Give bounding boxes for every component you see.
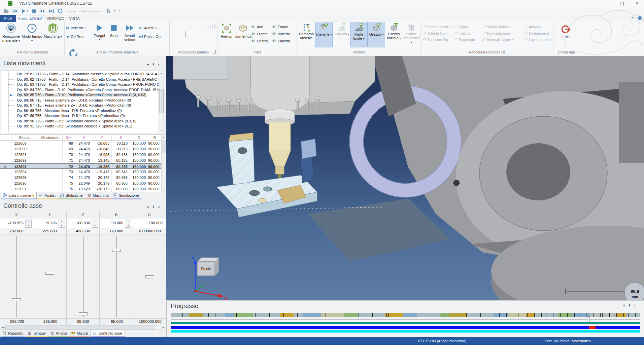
panel-pin-icon[interactable]	[151, 205, 156, 210]
dropdown-icon[interactable]: ▾	[99, 38, 100, 42]
row-selector-cell[interactable]	[0, 175, 11, 181]
ribbon-button-isometrica[interactable]: Isometrica	[235, 22, 251, 47]
view-button-alto[interactable]: Alto	[251, 24, 272, 30]
table-row[interactable]: 1226917024.470-18.99580.138180.00090.000	[0, 152, 166, 158]
tab-vista[interactable]: VISTA	[67, 15, 82, 22]
axis-stepper[interactable]: ▲▼	[25, 220, 32, 228]
ribbon-button-esegui[interactable]: Esegui▾	[92, 22, 107, 47]
operation-list-item[interactable]: Op. 79: 81 T1758 - Piatto - D:14: Svuota…	[1, 72, 159, 77]
axis-slider[interactable]	[50, 236, 50, 317]
view-button-fondo[interactable]: Fondo	[272, 24, 294, 30]
ribbon-button-riempi[interactable]: Riempi	[218, 22, 235, 47]
axis-hscrollbar[interactable]: ◀ ▶	[0, 325, 166, 330]
panel-tab-macchina[interactable]: Macchina	[86, 192, 111, 199]
progress-operations-strip[interactable]	[171, 313, 640, 317]
dropdown-icon[interactable]: ▾	[84, 27, 86, 30]
tab-verifica[interactable]: VERIFICA	[44, 15, 66, 22]
panel-tab-analisi[interactable]: Analisi	[37, 192, 58, 199]
qat-play-button[interactable]: ▾	[20, 8, 29, 14]
panel-pin-icon[interactable]	[628, 303, 632, 308]
ribbon-button-avanti-veloce[interactable]: Avanti veloce	[121, 22, 139, 47]
panel-close-icon[interactable]: ×	[634, 303, 636, 308]
ribbon-button-modo-tempo[interactable]: Modo tempo ▾	[22, 22, 42, 47]
panel-menu-icon[interactable]: ▾	[623, 303, 625, 308]
row-selector-cell[interactable]	[0, 141, 11, 146]
axis-value-field[interactable]: 90.000▲▼	[100, 219, 133, 228]
qat-skip-end-button[interactable]	[48, 8, 55, 14]
axis-slider-handle[interactable]	[145, 275, 154, 278]
row-selector-cell[interactable]	[0, 158, 11, 163]
scroll-up-icon[interactable]: ▲	[159, 71, 163, 76]
row-selector-cell[interactable]	[0, 152, 11, 158]
axis-slider-handle[interactable]	[112, 249, 121, 252]
table-row[interactable]: ▶1226937224.470-19.28580.255180.00090.00…	[0, 163, 166, 169]
dropdown-icon[interactable]: ▾	[156, 27, 157, 30]
table-row[interactable]: 1226957424.470-20.17980.988180.00090.000	[0, 175, 166, 181]
table-row[interactable]: 1226967522.049-20.17980.988180.00090.000	[0, 181, 166, 186]
operation-list-item[interactable]: ▶Op. 83: 85 T30 - Piatto - D:10: Profila…	[1, 92, 159, 98]
maximize-button[interactable]	[615, 0, 629, 7]
axis-slider-handle[interactable]	[12, 298, 21, 301]
table-row[interactable]: 1226977619.629-20.17980.988180.00090.000	[0, 186, 166, 192]
row-selector-cell[interactable]	[0, 146, 11, 152]
panel-menu-icon[interactable]: ▾	[147, 205, 149, 210]
3d-viewport[interactable]: Fronte Z X 98.8 mm	[166, 56, 644, 300]
minimize-button[interactable]	[600, 0, 613, 7]
table-header-blocco[interactable]: Blocco	[11, 135, 38, 141]
tab-file[interactable]: FILE	[0, 15, 16, 22]
panel-tab-simulazione[interactable]: Simulazione	[111, 192, 141, 199]
table-row[interactable]: 1226906924.470-18.84080.115180.00090.000	[0, 146, 166, 152]
panel-tab-simlav[interactable]: SimLav	[26, 330, 48, 337]
axis-slider-handle[interactable]	[45, 272, 54, 275]
panel-tab-misura[interactable]: Misura	[69, 330, 90, 337]
axis-stepper[interactable]: ▲▼	[125, 220, 131, 228]
operation-list-item[interactable]: Op. 89: 91 T29 - Piatto - D:3: Svuotatur…	[1, 124, 159, 129]
qat-loop-button[interactable]	[57, 8, 64, 14]
axis-slider[interactable]	[16, 236, 17, 317]
operations-scrollbar[interactable]: ▲ ▼	[159, 71, 164, 133]
qat-skip-start-button[interactable]	[11, 8, 18, 14]
ribbon-button-rimozione-materiale[interactable]: Rimozione materiale ▾	[1, 22, 22, 47]
axis-slider[interactable]	[83, 236, 83, 317]
progress-track[interactable]	[171, 319, 640, 320]
operation-list-item[interactable]: Op. 81: 83 T1758 - Piatto - D:14: Profil…	[1, 82, 159, 87]
axis-value-field[interactable]: -193.955▲▼	[0, 219, 33, 228]
axis-value-field[interactable]: 19.286▲▼	[33, 219, 66, 228]
table-row[interactable]: 1226947324.470-19.41380.346180.00090.000	[0, 169, 166, 175]
table-header-b[interactable]: B	[148, 135, 162, 141]
panel-close-icon[interactable]: ×	[158, 63, 160, 67]
panel-close-icon[interactable]: ×	[158, 205, 160, 210]
operation-list-item[interactable]: Op. 80: 82 T1758 - Piatto - D:14: Profil…	[1, 77, 159, 82]
qat-cursor-button[interactable]	[105, 8, 112, 14]
visibility-button-carter-macchina[interactable]: Carter macchina ▾	[403, 22, 420, 47]
row-selector-cell[interactable]	[0, 169, 11, 175]
operation-list-item[interactable]: Op. 84: 86 T15 - Fresa a lamare Z+ - D:4…	[1, 98, 159, 103]
table-header-x[interactable]: X	[75, 135, 92, 141]
qat-film-button[interactable]	[3, 8, 9, 14]
ribbon-button-op-prec[interactable]: Op Prec.	[65, 33, 92, 40]
dialog-launcher-icon[interactable]	[212, 50, 216, 53]
table-header-movimento[interactable]: Movimento	[38, 135, 63, 141]
axis-stepper[interactable]: ▲▼	[59, 220, 65, 228]
table-row[interactable]: 1226896824.470-18.68380.116180.00090.000	[0, 141, 166, 146]
table-header-y[interactable]: Y	[92, 135, 112, 141]
panel-tab-statistiche[interactable]: Statistiche	[58, 192, 85, 199]
qat-slider-handle[interactable]	[75, 9, 78, 14]
esci-button[interactable]: Esci	[554, 23, 578, 49]
panel-tab-rapporto[interactable]: Rapporto	[1, 330, 26, 337]
visibility-button-grezzo-iniziale[interactable]: Grezzo iniziale ▾	[385, 22, 403, 47]
panel-tab-analisi[interactable]: Analisi	[48, 330, 69, 337]
row-selector-cell[interactable]	[0, 181, 11, 186]
ribbon-button-avanti[interactable]: Avanti▾	[139, 25, 164, 31]
panel-tab-controllo-asse[interactable]: Controllo asse	[91, 330, 125, 337]
qat-ffwd-button[interactable]	[39, 8, 46, 14]
panel-pin-icon[interactable]	[151, 63, 156, 67]
visibility-button-percorso-utensile[interactable]: Percorso utensile	[298, 22, 315, 47]
operation-list-item[interactable]: Op. 85: 87 T15 - Fresa a lamare Z+ - D:4…	[1, 103, 159, 108]
ribbon-button-indietro[interactable]: Indietro▾	[65, 25, 92, 31]
axis-value-field[interactable]: 108.830▲▼	[67, 219, 100, 228]
operation-list-item[interactable]: Op. 87: 89 T55 - Alesatore fisso - D:5.1…	[1, 113, 159, 119]
qat-stop-button[interactable]	[31, 8, 37, 14]
view-button-destra[interactable]: Destra	[251, 38, 272, 44]
qat-speed-slider[interactable]	[68, 9, 101, 13]
